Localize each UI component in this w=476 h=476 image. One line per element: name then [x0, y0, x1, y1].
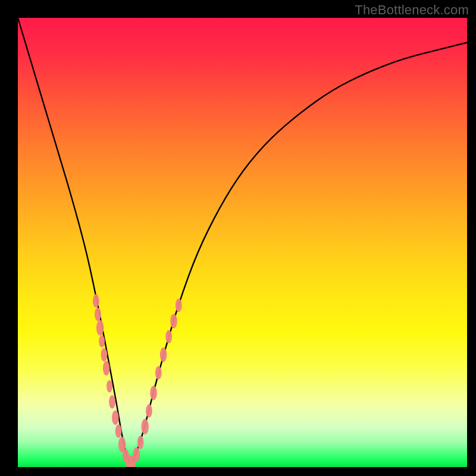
sample-point — [133, 447, 140, 462]
sample-point — [176, 299, 182, 312]
sample-point — [99, 335, 105, 347]
sample-point — [160, 347, 167, 362]
sample-point — [155, 366, 162, 380]
plot-area — [18, 18, 467, 467]
sample-point — [115, 424, 122, 438]
sample-point — [109, 395, 115, 409]
sample-point — [150, 386, 157, 400]
sample-point — [146, 404, 152, 418]
sample-points-group — [93, 294, 182, 467]
sample-point — [103, 361, 110, 375]
sample-point — [101, 348, 108, 362]
chart-frame: TheBottleneck.com — [0, 0, 476, 476]
chart-svg — [18, 18, 467, 467]
sample-point — [95, 308, 101, 321]
watermark-text: TheBottleneck.com — [355, 2, 469, 18]
sample-point — [141, 419, 148, 434]
sample-point — [137, 436, 144, 449]
bottleneck-curve — [18, 18, 467, 463]
sample-point — [112, 411, 119, 425]
sample-point — [165, 330, 172, 344]
sample-point — [96, 320, 104, 336]
sample-point — [93, 294, 99, 308]
sample-point — [107, 380, 112, 393]
sample-point — [170, 314, 177, 328]
